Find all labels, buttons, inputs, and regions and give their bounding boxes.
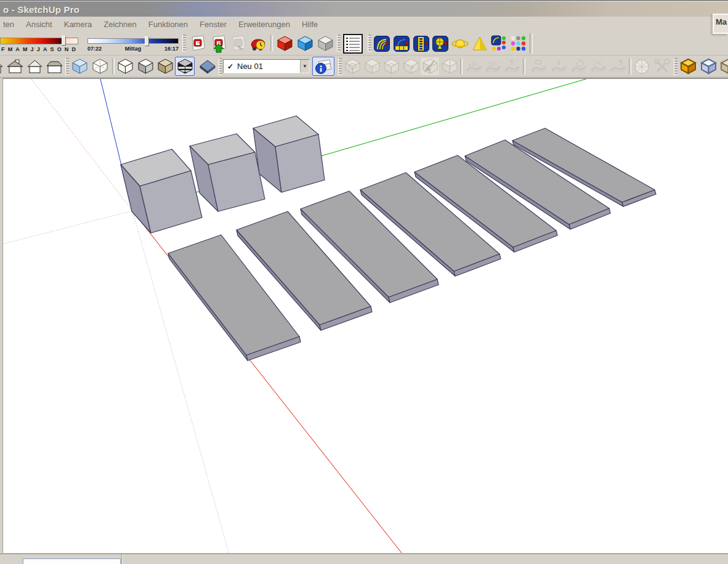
- terrain-drape-icon: [588, 57, 608, 76]
- month-label: A: [15, 46, 20, 52]
- film-tile-icon[interactable]: [411, 34, 431, 53]
- menu-ten[interactable]: ten: [1, 17, 16, 32]
- sketchup-window: o - SketchUp Pro tenAnsichtKameraZeichne…: [0, 0, 728, 564]
- corner-cube-tan-icon[interactable]: [718, 57, 728, 76]
- cone-icon[interactable]: [470, 34, 490, 53]
- color-dots-grid-icon[interactable]: [509, 34, 528, 53]
- toolbar-separator: [460, 59, 463, 75]
- toolbar-row-1: FMAMJJASOND07:22Mittag16:17: [0, 32, 728, 55]
- toolbar-separator: [270, 35, 273, 51]
- window-title: o - SketchUp Pro: [3, 4, 79, 15]
- menu-zeichnen[interactable]: Zeichnen: [102, 17, 138, 32]
- house-iso-view-icon[interactable]: [5, 57, 25, 76]
- month-label: A: [43, 46, 47, 52]
- red-cube-icon[interactable]: [275, 34, 294, 53]
- corner-cube-blue-icon[interactable]: [698, 57, 718, 76]
- style-xray-icon[interactable]: [70, 57, 89, 76]
- time-slider-bar[interactable]: [87, 38, 179, 44]
- materials-panel-fragment[interactable]: Ma: [713, 14, 728, 34]
- date-slider-bar[interactable]: [0, 38, 78, 44]
- entity-info-icon[interactable]: [312, 57, 334, 76]
- toolbar-grip[interactable]: [219, 58, 222, 75]
- time-mid-label: Mittag: [125, 46, 142, 52]
- toolbar-grip[interactable]: [674, 58, 677, 75]
- terrain-rotate-icon: [568, 57, 588, 76]
- menu-erweiterungen[interactable]: Erweiterungen: [237, 17, 292, 32]
- globe-tile-icon[interactable]: [431, 34, 450, 53]
- style-faceplane-icon[interactable]: [197, 57, 217, 76]
- titlebar[interactable]: o - SketchUp Pro: [0, 0, 728, 17]
- date-slider-thumb[interactable]: [62, 36, 66, 46]
- green-axis-dotted: [2, 211, 132, 244]
- toolbar-separator: [523, 59, 525, 75]
- month-label: F: [1, 46, 5, 52]
- time-labels: 07:22Mittag16:17: [87, 46, 179, 52]
- style-monochrome-icon[interactable]: [175, 57, 195, 76]
- month-label: J: [37, 46, 40, 52]
- toolbar-row-2: ✓Neu 01▼: [0, 55, 728, 78]
- viewport[interactable]: [2, 78, 728, 553]
- cube-2[interactable]: [190, 134, 265, 211]
- dropdown-checkmark-icon: ✓: [224, 62, 237, 71]
- red-axis-dotted: [31, 78, 132, 211]
- dropdown-arrow-button[interactable]: ▼: [300, 60, 309, 73]
- menu-hilfe[interactable]: Hilfe: [300, 17, 320, 32]
- shadow-date-slider[interactable]: FMAMJJASOND: [0, 34, 81, 55]
- blue-cube-icon[interactable]: [295, 34, 315, 53]
- toolbar-grip[interactable]: [338, 58, 342, 75]
- toolbar-separator: [112, 59, 115, 75]
- terrain-select-icon: [528, 57, 548, 76]
- tile-dots-icon[interactable]: [490, 34, 509, 53]
- sandbox-from-scratch-icon: [483, 57, 503, 76]
- style-shaded-icon[interactable]: [135, 57, 155, 76]
- house-partial-icon[interactable]: [0, 57, 5, 76]
- month-label: J: [31, 46, 34, 52]
- red-clock-tool-icon[interactable]: [248, 34, 268, 53]
- terrain-flipedge-icon: [608, 57, 628, 76]
- blocks-tile-icon[interactable]: [392, 34, 411, 53]
- menu-fenster[interactable]: Fenster: [198, 17, 229, 32]
- curves-tile-icon[interactable]: [372, 34, 392, 53]
- shadow-time-slider[interactable]: 07:22Mittag16:17: [85, 34, 180, 55]
- solid-outershell-icon: [342, 57, 362, 76]
- status-divider: [121, 554, 123, 564]
- outliner-list-icon[interactable]: [341, 34, 365, 53]
- toolbar-grip[interactable]: [368, 35, 371, 52]
- month-labels: FMAMJJASOND: [1, 46, 76, 52]
- saturn-icon[interactable]: [450, 34, 470, 53]
- red-logo-page-icon[interactable]: [188, 34, 208, 53]
- month-label: M: [23, 46, 28, 52]
- compass-icon: [632, 57, 652, 76]
- solid-trim-icon: [420, 57, 440, 76]
- dropdown-value: Neu 01: [237, 62, 300, 71]
- red-logo-upload-icon[interactable]: [209, 34, 229, 53]
- solid-subtract-icon: [401, 57, 421, 76]
- style-hiddenline-icon[interactable]: [115, 57, 135, 76]
- time-end-label: 16:17: [164, 46, 179, 52]
- menu-kamera[interactable]: Kamera: [62, 17, 94, 32]
- toolbar-grip[interactable]: [182, 35, 186, 52]
- toolbar-grip[interactable]: [65, 58, 69, 75]
- month-label: N: [65, 46, 69, 52]
- terrain-stamp-icon: [549, 57, 568, 76]
- cube-3[interactable]: [253, 116, 325, 192]
- menu-ansicht[interactable]: Ansicht: [24, 17, 54, 32]
- style-wireframe-icon[interactable]: [90, 57, 110, 76]
- month-label: O: [57, 46, 62, 52]
- cube-1[interactable]: [121, 149, 202, 233]
- house-front-view-icon[interactable]: [25, 57, 44, 76]
- scene-canvas[interactable]: [2, 78, 728, 553]
- gray-cube-icon[interactable]: [315, 34, 335, 53]
- menu-funktionen[interactable]: Funktionen: [147, 17, 190, 32]
- toolbox-icon: [652, 57, 672, 76]
- toolbar-separator: [629, 59, 631, 75]
- materials-panel-title: Ma: [716, 17, 727, 27]
- layer-dropdown[interactable]: ✓Neu 01▼: [223, 59, 310, 73]
- solid-split-icon: [440, 57, 459, 76]
- sandbox-smoove-icon: [502, 57, 522, 76]
- status-value-box[interactable]: [23, 558, 121, 564]
- corner-cube-yellow-icon[interactable]: [678, 57, 698, 76]
- style-textured-icon[interactable]: [155, 57, 175, 76]
- time-slider-thumb[interactable]: [145, 36, 149, 46]
- house-top-view-icon[interactable]: [44, 57, 64, 76]
